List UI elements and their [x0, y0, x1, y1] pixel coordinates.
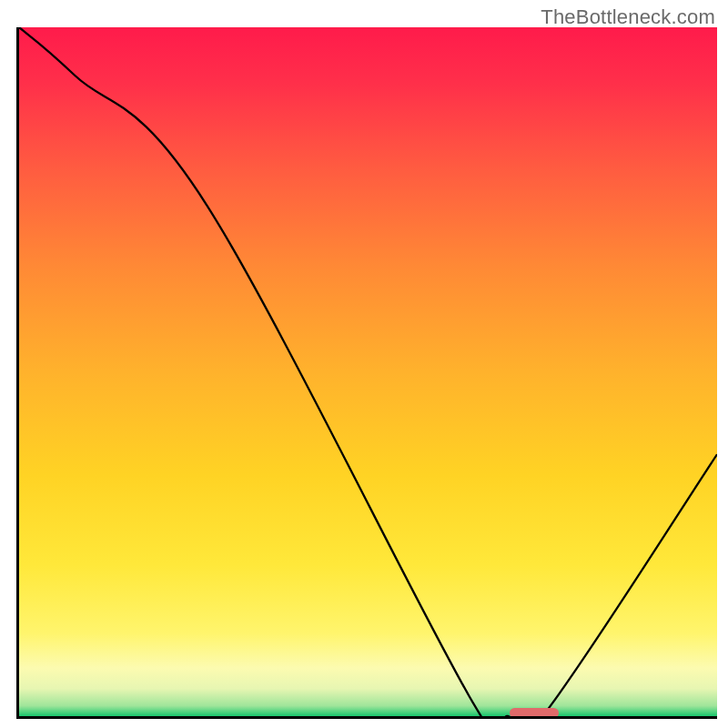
- watermark-text: TheBottleneck.com: [541, 5, 715, 29]
- optimum-marker: [510, 708, 559, 718]
- plot-area: [16, 27, 717, 719]
- chart-container: TheBottleneck.com: [0, 0, 728, 728]
- bottleneck-curve: [19, 27, 717, 716]
- curve-path: [19, 27, 717, 716]
